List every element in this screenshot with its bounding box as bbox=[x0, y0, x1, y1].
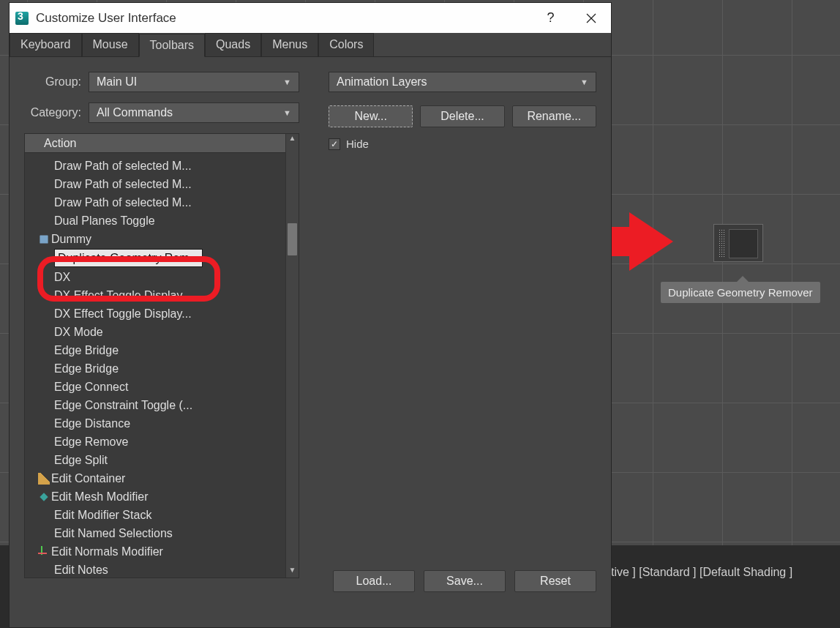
delete-button[interactable]: Delete... bbox=[420, 105, 504, 127]
action-item-label: Edit Modifier Stack bbox=[54, 506, 151, 523]
action-item[interactable]: Edge Remove bbox=[25, 433, 285, 451]
help-button[interactable]: ? bbox=[530, 3, 571, 33]
pencil-icon bbox=[38, 473, 50, 485]
action-item-label: Edge Connect bbox=[54, 378, 128, 395]
action-item-label: Dual Planes Toggle bbox=[54, 212, 155, 229]
scroll-thumb[interactable] bbox=[288, 223, 297, 255]
hide-checkbox[interactable]: ✓ bbox=[329, 138, 340, 150]
action-item[interactable]: Edge Bridge bbox=[25, 341, 285, 359]
action-item[interactable]: Edit Modifier Stack bbox=[25, 506, 285, 524]
tab-mouse[interactable]: Mouse bbox=[82, 33, 139, 56]
new-button[interactable]: New... bbox=[329, 105, 413, 127]
action-item-label: Edit Normals Modifier bbox=[51, 543, 163, 560]
action-item[interactable]: Duplicate Geometry Rem... bbox=[25, 248, 285, 268]
rename-button[interactable]: Rename... bbox=[512, 105, 596, 127]
action-item[interactable]: Draw Path of selected M... bbox=[25, 193, 285, 212]
chevron-down-icon: ▼ bbox=[283, 108, 291, 117]
action-list: Action Draw Path of selected M...Draw Pa… bbox=[24, 133, 299, 578]
toolbar-drag-handle[interactable] bbox=[719, 229, 724, 258]
action-item-label: DX Mode bbox=[54, 324, 103, 340]
tab-colors[interactable]: Colors bbox=[318, 33, 374, 56]
action-item[interactable]: DX Effect Toggle Display... bbox=[25, 304, 285, 323]
action-item[interactable]: Edit Notes bbox=[25, 561, 285, 577]
tab-quads[interactable]: Quads bbox=[205, 33, 261, 56]
load-button[interactable]: Load... bbox=[333, 570, 415, 592]
action-item[interactable]: Edge Distance bbox=[25, 414, 285, 433]
action-item[interactable]: Edge Constraint Toggle (... bbox=[25, 396, 285, 414]
action-item[interactable]: Draw Path of selected M... bbox=[25, 175, 285, 193]
action-item-label: Edge Distance bbox=[54, 415, 130, 432]
action-item[interactable]: Draw Path of selected M... bbox=[25, 157, 285, 175]
tab-keyboard[interactable]: Keyboard bbox=[10, 33, 82, 56]
tab-toolbars[interactable]: Toolbars bbox=[139, 34, 205, 57]
action-item[interactable]: Edit Normals Modifier bbox=[25, 542, 285, 561]
chevron-down-icon: ▼ bbox=[283, 78, 291, 86]
group-select-value: Main UI bbox=[97, 75, 137, 89]
action-item-label: Dummy bbox=[51, 231, 91, 247]
action-item[interactable]: Edge Bridge bbox=[25, 359, 285, 378]
action-item-label: DX bbox=[54, 269, 70, 285]
save-button[interactable]: Save... bbox=[424, 570, 506, 592]
toolbar-select[interactable]: Animation Layers ▼ bbox=[329, 72, 596, 92]
action-item-label: Edge Constraint Toggle (... bbox=[54, 397, 192, 414]
scrollbar[interactable]: ▲ ▼ bbox=[285, 134, 299, 577]
window-title: Customize User Interface bbox=[36, 11, 530, 26]
action-item-label: Draw Path of selected M... bbox=[54, 157, 192, 174]
diamond-icon bbox=[40, 493, 48, 501]
app-icon bbox=[15, 12, 29, 25]
toolbar-select-value: Animation Layers bbox=[337, 75, 427, 89]
tab-menus[interactable]: Menus bbox=[261, 33, 318, 56]
action-item[interactable]: DX Effect Toggle Display bbox=[25, 286, 285, 304]
reset-button[interactable]: Reset bbox=[514, 570, 596, 592]
category-select[interactable]: All Commands ▼ bbox=[89, 102, 299, 123]
scroll-up-icon[interactable]: ▲ bbox=[286, 134, 299, 146]
scroll-down-icon[interactable]: ▼ bbox=[286, 566, 299, 577]
action-item[interactable]: Edit Named Selections bbox=[25, 524, 285, 542]
action-item-label: Duplicate Geometry Rem... bbox=[54, 249, 203, 267]
floating-toolbar[interactable] bbox=[713, 224, 763, 262]
action-item-label: DX Effect Toggle Display... bbox=[54, 305, 192, 322]
action-item-label: Edit Mesh Modifier bbox=[51, 488, 149, 505]
action-item[interactable]: Edit Mesh Modifier bbox=[25, 487, 285, 506]
action-item-label: DX Effect Toggle Display bbox=[54, 287, 183, 304]
action-item[interactable]: DX bbox=[25, 268, 285, 286]
action-item-label: Draw Path of selected M... bbox=[54, 176, 192, 192]
action-item-label: Edge Remove bbox=[54, 433, 128, 450]
cube-icon bbox=[40, 235, 48, 243]
action-item-label: Edit Named Selections bbox=[54, 525, 173, 542]
category-label: Category: bbox=[24, 106, 81, 119]
action-item-label: Edge Bridge bbox=[54, 342, 119, 359]
action-item[interactable]: Edge Connect bbox=[25, 378, 285, 396]
tooltip: Duplicate Geometry Remover bbox=[661, 282, 820, 303]
action-list-header[interactable]: Action bbox=[25, 134, 285, 153]
titlebar[interactable]: Customize User Interface ? bbox=[10, 3, 611, 33]
chevron-down-icon: ▼ bbox=[580, 78, 588, 86]
action-item[interactable]: Edit Container bbox=[25, 469, 285, 487]
close-button[interactable] bbox=[571, 3, 611, 33]
customize-ui-dialog: Customize User Interface ? KeyboardMouse… bbox=[9, 2, 612, 628]
tab-bar: KeyboardMouseToolbarsQuadsMenusColors bbox=[10, 33, 611, 57]
viewport-status: tive ] [Standard ] [Default Shading ] bbox=[611, 566, 834, 579]
action-item[interactable]: Edge Split bbox=[25, 451, 285, 469]
action-item-label: Edge Bridge bbox=[54, 360, 119, 377]
group-label: Group: bbox=[24, 75, 81, 89]
hide-label: Hide bbox=[346, 138, 369, 150]
axis-icon bbox=[38, 546, 50, 558]
action-item-label: Edge Split bbox=[54, 452, 108, 468]
group-select[interactable]: Main UI ▼ bbox=[89, 72, 299, 92]
action-item-label: Edit Notes bbox=[54, 561, 108, 577]
close-icon bbox=[586, 13, 596, 23]
action-item-label: Draw Path of selected M... bbox=[54, 194, 192, 211]
action-item[interactable]: DX Mode bbox=[25, 323, 285, 341]
action-item-label: Edit Container bbox=[51, 470, 125, 487]
action-item[interactable]: Dummy bbox=[25, 230, 285, 248]
action-item[interactable]: Dual Planes Toggle bbox=[25, 212, 285, 230]
toolbar-empty-slot[interactable] bbox=[729, 229, 758, 258]
category-select-value: All Commands bbox=[97, 106, 173, 119]
